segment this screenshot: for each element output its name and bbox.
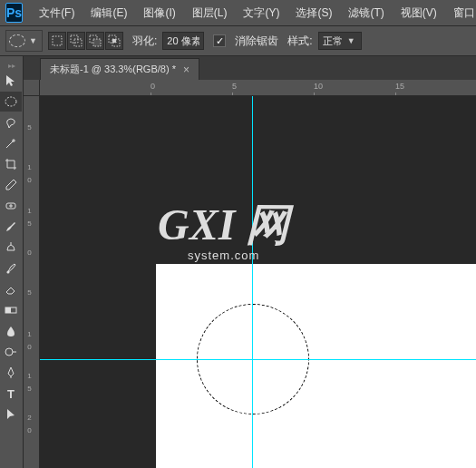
new-selection-button[interactable] [48,32,66,50]
type-tool[interactable]: T [0,384,22,404]
document-tab[interactable]: 未标题-1 @ 33.3%(RGB/8) * × [40,58,199,80]
antialias-label: 消除锯齿 [235,34,278,49]
ruler-tick: 5 [232,82,237,91]
chevron-down-icon: ▼ [27,36,39,45]
feather-input[interactable] [162,32,204,50]
path-selection-tool[interactable] [0,405,22,424]
svg-rect-12 [5,307,11,313]
eyedropper-tool[interactable] [0,175,22,195]
canvas-viewport[interactable]: GXI 网 system.com [40,96,476,468]
ruler-tick: 0 [25,249,34,255]
add-selection-button[interactable] [67,32,85,50]
toolbar-grip[interactable]: ▸▸ [0,60,24,71]
ruler-tick: 1 5 [25,207,34,226]
menu-type[interactable]: 文字(Y) [236,2,287,24]
ruler-tick: 5 [25,123,34,130]
svg-rect-4 [93,39,101,46]
menu-view[interactable]: 视图(V) [393,2,444,24]
vertical-ruler[interactable]: 0 5 1 0 1 5 0 5 1 0 1 5 2 0 [24,80,40,468]
style-value: 正常 [323,34,343,48]
gradient-tool[interactable] [0,300,22,320]
menu-filter[interactable]: 滤镜(T) [341,2,391,24]
svg-text:T: T [7,387,15,401]
svg-rect-7 [112,39,116,43]
ruler-tick: 1 0 [25,163,34,182]
horizontal-guide[interactable] [40,359,476,360]
clone-stamp-tool[interactable] [0,238,22,258]
ruler-corner [24,80,40,96]
ruler-tick: 5 [25,288,34,295]
watermark-text: GXI 网 [158,196,289,254]
svg-point-10 [7,271,10,274]
selection-mode-group [48,32,123,50]
history-brush-tool[interactable] [0,258,22,278]
healing-brush-tool[interactable] [0,196,22,216]
lasso-tool[interactable] [0,112,22,132]
ruler-tick: 0 [151,82,155,91]
dodge-tool[interactable] [0,342,22,362]
close-tab-icon[interactable]: × [183,63,189,76]
feather-label: 羽化: [132,34,157,49]
ellipse-marquee-icon [9,34,25,47]
menu-select[interactable]: 选择(S) [288,2,339,24]
antialias-checkbox[interactable]: ✓ [213,34,226,47]
style-label: 样式: [287,34,312,49]
eraser-tool[interactable] [0,279,22,299]
blur-tool[interactable] [0,321,22,341]
style-dropdown[interactable]: 正常 ▼ [318,32,362,50]
menu-edit[interactable]: 编辑(E) [83,2,134,24]
ruler-tick: 10 [314,82,323,91]
menubar: Ps 文件(F) 编辑(E) 图像(I) 图层(L) 文字(Y) 选择(S) 滤… [0,0,476,25]
vertical-guide[interactable] [252,96,253,468]
document-area: 未标题-1 @ 33.3%(RGB/8) * × 0 5 10 15 20 0 … [24,56,476,468]
document-tabs: 未标题-1 @ 33.3%(RGB/8) * × [24,56,476,80]
ruler-tick: 15 [395,82,404,91]
watermark-subtext: system.com [158,249,289,262]
svg-rect-0 [53,36,62,45]
magic-wand-tool[interactable] [0,133,22,153]
svg-point-13 [5,348,13,356]
chevron-down-icon: ▼ [345,36,357,45]
menu-file[interactable]: 文件(F) [32,2,82,24]
ruler-tick: 2 0 [25,414,34,433]
ruler-tick: 1 5 [25,372,34,391]
workarea: ▸▸ T 未标题-1 @ 33.3%(RGB/8) * × 0 [0,56,476,468]
horizontal-ruler[interactable]: 0 5 10 15 20 [40,80,476,96]
intersect-selection-button[interactable] [105,32,123,50]
ruler-tick: 1 0 [25,330,34,349]
menu-image[interactable]: 图像(I) [136,2,182,24]
canvas-zone: 0 5 10 15 20 0 5 1 0 1 5 0 5 1 0 1 5 2 0 [24,80,476,468]
app-logo: Ps [5,3,23,23]
crop-tool[interactable] [0,154,22,174]
menu-window[interactable]: 窗口 [446,2,476,24]
svg-point-8 [5,97,16,106]
tool-preset-picker[interactable]: ▼ [5,30,43,52]
document-tab-title: 未标题-1 @ 33.3%(RGB/8) * [50,63,176,76]
tools-panel: ▸▸ T [0,56,24,468]
options-bar: ▼ 羽化: ✓ 消除锯齿 样式: 正常 ▼ [0,25,476,56]
watermark: GXI 网 system.com [158,196,289,262]
move-tool[interactable] [0,71,22,91]
menu-layer[interactable]: 图层(L) [185,2,235,24]
subtract-selection-button[interactable] [86,32,104,50]
pen-tool[interactable] [0,363,22,383]
brush-tool[interactable] [0,217,22,237]
marquee-tool[interactable] [0,92,22,112]
